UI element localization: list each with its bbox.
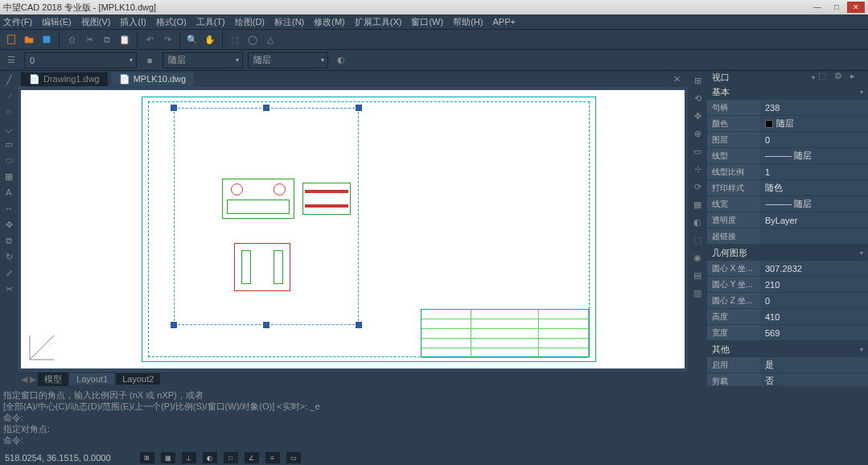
circle-icon[interactable]: ○ (2, 105, 16, 119)
grip-tr[interactable] (356, 105, 362, 111)
prop-row[interactable]: 图层0 (707, 132, 868, 148)
section-title[interactable]: 基本 (707, 84, 868, 100)
nav-icon[interactable]: ⊕ (689, 126, 706, 142)
move-icon[interactable]: ✥ (2, 217, 16, 232)
linetype-selector[interactable]: 随层 (162, 52, 243, 68)
tool-icon[interactable]: ◯ (245, 31, 261, 47)
layout-tab-model[interactable]: 模型 (38, 372, 68, 386)
prop-value[interactable]: 随色 (760, 180, 868, 195)
rotate-icon[interactable]: ↻ (2, 249, 16, 264)
menu-insert[interactable]: 插入(I) (120, 16, 146, 28)
lineweight-selector[interactable]: 随层 (248, 52, 328, 68)
prop-row[interactable]: 线型——— 随层 (707, 148, 868, 164)
grip-bm[interactable] (263, 322, 269, 328)
close-panel-icon[interactable]: ▸ (850, 71, 863, 84)
tool-icon[interactable]: ⬚ (227, 31, 243, 47)
prop-row[interactable]: 启用是 (707, 357, 868, 373)
paste-icon[interactable]: 📋 (117, 31, 133, 47)
print-icon[interactable]: ⎙ (64, 31, 80, 47)
command-line[interactable]: 指定窗口的角点，输入比例因子 (nX 或 nXP)，或者 [全部(A)/中心(C… (0, 386, 868, 451)
polyline-icon[interactable]: ⟋ (2, 88, 16, 103)
prop-row[interactable]: 高度410 (707, 309, 868, 325)
layout-tab-1[interactable]: Layout1 (70, 373, 114, 385)
doc-tab[interactable]: 📄 Drawing1.dwg (21, 72, 108, 86)
menu-view[interactable]: 视图(V) (81, 16, 111, 28)
prop-row[interactable]: 打印样式随色 (707, 180, 868, 196)
prop-row[interactable]: 透明度ByLayer (707, 212, 868, 228)
prop-value[interactable]: 否 (760, 373, 868, 386)
menu-modify[interactable]: 修改(M) (314, 16, 345, 28)
ellipse-icon[interactable]: ⬭ (2, 153, 16, 167)
nav-icon[interactable]: ▥ (689, 285, 706, 301)
canvas[interactable] (21, 90, 685, 368)
grip-br[interactable] (356, 322, 362, 328)
zoom-icon[interactable]: 🔍 (184, 31, 200, 47)
polar-toggle[interactable]: ◐ (203, 452, 217, 463)
save-icon[interactable] (39, 31, 55, 47)
prop-value[interactable]: 307.2832 (760, 261, 868, 276)
prop-value[interactable]: 0 (760, 132, 868, 147)
snap-toggle[interactable]: ⊞ (140, 452, 154, 463)
prop-value[interactable]: 1 (760, 164, 868, 179)
menu-tools[interactable]: 工具(T) (196, 16, 225, 28)
prop-value[interactable]: 随层 (760, 116, 868, 131)
close-button[interactable]: ✕ (847, 2, 865, 13)
model-toggle[interactable]: ▭ (286, 452, 301, 463)
nav-icon[interactable]: ⟳ (689, 179, 706, 195)
menu-window[interactable]: 窗口(W) (411, 16, 443, 28)
nav-icon[interactable]: ◐ (689, 214, 706, 230)
undo-icon[interactable]: ↶ (142, 31, 158, 47)
otrack-toggle[interactable]: ∠ (245, 452, 259, 463)
text-icon[interactable]: A (2, 185, 16, 200)
prop-value[interactable]: 210 (760, 277, 868, 292)
copy-icon[interactable]: ⧉ (99, 31, 115, 47)
grip-tl[interactable] (171, 105, 177, 111)
nav-icon[interactable]: ⊞ (689, 72, 706, 88)
color-icon[interactable]: ■ (142, 52, 158, 68)
prop-value[interactable]: ByLayer (760, 212, 868, 228)
prop-value[interactable]: 410 (760, 309, 868, 324)
cut-icon[interactable]: ✂ (81, 31, 97, 47)
redo-icon[interactable]: ↷ (159, 31, 175, 47)
minimize-button[interactable]: — (808, 2, 826, 13)
prop-row[interactable]: 宽度569 (707, 325, 868, 341)
prop-value[interactable]: 0 (760, 293, 868, 308)
menu-express[interactable]: 扩展工具(X) (355, 16, 402, 28)
filter-icon[interactable]: ⚙ (834, 71, 847, 84)
menu-edit[interactable]: 编辑(E) (42, 16, 72, 28)
prop-row[interactable]: 超链接 (707, 228, 868, 245)
dim-icon[interactable]: ↔ (2, 201, 16, 216)
menu-file[interactable]: 文件(F) (3, 16, 32, 28)
prop-value[interactable]: 238 (760, 100, 868, 115)
doc-tab-active[interactable]: 📄 MPLK10.dwg (111, 72, 194, 86)
grip-bl[interactable] (171, 322, 177, 328)
menu-help[interactable]: 帮助(H) (453, 16, 483, 28)
prop-row[interactable]: 圆心 Z 坐...0 (707, 293, 868, 309)
prop-row[interactable]: 线宽——— 随层 (707, 196, 868, 212)
nav-icon[interactable]: ⊹ (689, 161, 706, 177)
section-title[interactable]: 几何图形 (707, 245, 868, 261)
selection-type[interactable]: 视口 (712, 72, 808, 84)
open-icon[interactable] (21, 31, 37, 47)
lwt-toggle[interactable]: ≡ (265, 452, 280, 463)
prop-row[interactable]: 颜色随层 (707, 116, 868, 132)
layer-selector[interactable]: 0 (24, 52, 137, 68)
prop-row[interactable]: 句柄238 (707, 100, 868, 116)
hatch-icon[interactable]: ▦ (2, 169, 16, 183)
scale-icon[interactable]: ⤢ (2, 265, 16, 280)
prop-row[interactable]: 圆心 Y 坐...210 (707, 277, 868, 293)
rect-icon[interactable]: ▭ (2, 137, 16, 151)
pan-icon[interactable]: ✋ (202, 31, 218, 47)
tool-icon[interactable]: ◐ (333, 52, 349, 68)
osnap-toggle[interactable]: □ (224, 452, 238, 463)
new-icon[interactable] (3, 31, 19, 47)
nav-icon[interactable]: ▭ (689, 143, 706, 159)
maximize-button[interactable]: □ (828, 2, 845, 13)
nav-icon[interactable]: ⟲ (689, 90, 706, 106)
arc-icon[interactable]: ◡ (2, 121, 16, 135)
nav-icon[interactable]: ▦ (689, 196, 706, 212)
prop-row[interactable]: 圆心 X 坐...307.2832 (707, 261, 868, 277)
pick-icon[interactable]: ⬚ (818, 71, 831, 84)
menu-dimension[interactable]: 标注(N) (274, 16, 304, 28)
nav-icon[interactable]: ▤ (689, 267, 706, 283)
